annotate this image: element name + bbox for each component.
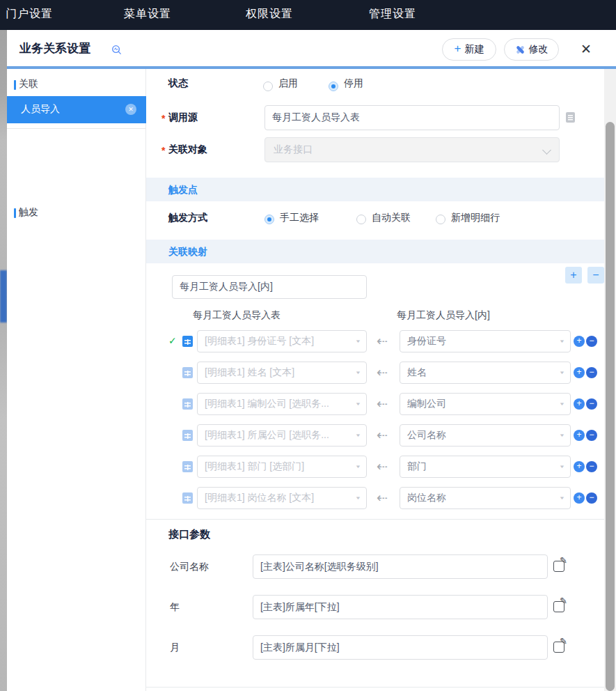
- mapping-target-select[interactable]: 编制公司 ▼: [400, 393, 571, 415]
- add-row-button[interactable]: +: [574, 461, 585, 472]
- new-button[interactable]: + 新建: [442, 38, 496, 61]
- edit-icon[interactable]: ✎: [553, 561, 564, 572]
- radio-disable-label[interactable]: 停用: [344, 77, 363, 90]
- add-row-button[interactable]: +: [574, 398, 585, 410]
- mapping-row: [明细表1] 编制公司 [选职务... ▼ ⇠ 编制公司 ▼ + −: [146, 393, 604, 415]
- add-row-button[interactable]: +: [574, 492, 585, 504]
- radio-manual-select[interactable]: [264, 215, 274, 224]
- param-year-input[interactable]: [253, 595, 548, 619]
- table-icon: [182, 398, 193, 410]
- params-section-title: 接口参数: [168, 528, 210, 541]
- caret-down-icon: ▼: [559, 370, 565, 375]
- sidebar: 关联 人员导入 ✕ 触发: [7, 69, 146, 691]
- document-picker-icon[interactable]: [566, 112, 575, 123]
- mapping-source-select[interactable]: [明细表1] 身份证号 [文本] ▼: [197, 330, 367, 352]
- mapping-source-select[interactable]: [明细表1] 部门 [选部门] ▼: [197, 456, 367, 478]
- add-row-button[interactable]: +: [574, 367, 585, 378]
- table-icon: [182, 492, 193, 504]
- remove-row-button[interactable]: −: [586, 336, 597, 347]
- edit-icon[interactable]: ✎: [553, 642, 564, 653]
- mapping-target-select[interactable]: 公司名称 ▼: [400, 424, 571, 447]
- add-row-button[interactable]: +: [574, 430, 585, 441]
- dashed-arrow-icon: ⇠: [377, 333, 388, 349]
- add-row-button[interactable]: +: [574, 336, 585, 347]
- remove-row-button[interactable]: −: [586, 492, 597, 504]
- remove-mapping-button[interactable]: −: [587, 267, 604, 284]
- radio-new-detail-row-label[interactable]: 新增明细行: [451, 212, 500, 224]
- panel-header: 业务关系设置 + 新建 修改 ✕: [7, 30, 616, 66]
- source-input[interactable]: [264, 105, 560, 130]
- close-icon[interactable]: ✕: [581, 41, 592, 57]
- source-label: 调用源: [168, 111, 198, 124]
- remove-row-button[interactable]: −: [586, 398, 597, 410]
- table-icon: [182, 367, 193, 378]
- mapping-name-input[interactable]: [172, 275, 367, 299]
- mapping-row: [明细表1] 所属公司 [选职务... ▼ ⇠ 公司名称 ▼ + −: [146, 424, 604, 447]
- section-divider: [146, 687, 604, 688]
- mapping-target-select[interactable]: 岗位名称 ▼: [400, 487, 571, 509]
- caret-down-icon: ▼: [355, 495, 361, 500]
- edit-icon[interactable]: ✎: [553, 601, 564, 612]
- tab-portal-settings[interactable]: 门户设置: [6, 7, 53, 22]
- mapping-target-select[interactable]: 身份证号 ▼: [400, 330, 571, 352]
- scrollbar-track[interactable]: [604, 69, 616, 691]
- radio-manual-select-label[interactable]: 手工选择: [280, 212, 319, 224]
- target-select[interactable]: 业务接口: [264, 137, 560, 162]
- param-label: 公司名称: [170, 561, 209, 573]
- param-label: 月: [170, 642, 180, 654]
- required-mark: *: [161, 113, 165, 124]
- modify-button[interactable]: 修改: [504, 38, 559, 61]
- radio-new-detail-row[interactable]: [436, 215, 445, 224]
- check-icon: ✓: [168, 335, 177, 346]
- mapping-target-select[interactable]: 部门 ▼: [400, 456, 571, 478]
- tab-management-settings[interactable]: 管理设置: [369, 7, 416, 22]
- scrollbar-thumb[interactable]: [606, 122, 615, 691]
- table-icon: [182, 336, 193, 347]
- param-label: 年: [170, 601, 180, 614]
- mapping-section-band: 关联映射: [146, 240, 604, 263]
- trigger-section-band: 触发点: [146, 178, 604, 201]
- radio-enable[interactable]: [263, 81, 273, 91]
- add-mapping-button[interactable]: +: [565, 267, 582, 284]
- top-nav-bar: 门户设置 菜单设置 权限设置 管理设置: [0, 0, 616, 30]
- mapping-row: ✓ [明细表1] 身份证号 [文本] ▼ ⇠ 身份证号 ▼ + −: [146, 330, 604, 352]
- zoom-pulse-icon: [111, 45, 122, 55]
- tab-menu-settings[interactable]: 菜单设置: [124, 7, 171, 22]
- modify-icon: [515, 45, 526, 55]
- radio-disable[interactable]: [329, 81, 338, 91]
- param-month-input[interactable]: [253, 635, 548, 660]
- dashed-arrow-icon: ⇠: [377, 364, 388, 380]
- dashed-arrow-icon: ⇠: [377, 396, 388, 412]
- caret-down-icon: ▼: [355, 370, 361, 375]
- sidebar-group-label: 触发: [19, 206, 38, 219]
- radio-auto-link-label[interactable]: 自动关联: [372, 212, 411, 224]
- caret-down-icon: ▼: [355, 433, 361, 437]
- remove-row-button[interactable]: −: [586, 367, 597, 378]
- radio-auto-link[interactable]: [356, 215, 366, 224]
- mapping-row: [明细表1] 部门 [选部门] ▼ ⇠ 部门 ▼ + −: [146, 456, 604, 478]
- sidebar-group-label: 关联: [19, 78, 38, 91]
- radio-enable-label[interactable]: 启用: [278, 77, 298, 90]
- mapping-source-select[interactable]: [明细表1] 所属公司 [选职务... ▼: [197, 424, 367, 447]
- remove-row-button[interactable]: −: [586, 430, 597, 441]
- tab-permission-settings[interactable]: 权限设置: [246, 7, 293, 22]
- required-mark: *: [161, 145, 165, 156]
- mapping-source-select[interactable]: [明细表1] 编制公司 [选职务... ▼: [197, 393, 367, 415]
- modify-button-label: 修改: [529, 43, 548, 56]
- sidebar-item-personnel-import[interactable]: 人员导入 ✕: [7, 96, 146, 123]
- remove-row-button[interactable]: −: [586, 461, 597, 472]
- mapping-source-select[interactable]: [明细表1] 姓名 [文本] ▼: [197, 362, 367, 384]
- mapping-row: [明细表1] 姓名 [文本] ▼ ⇠ 姓名 ▼ + −: [146, 362, 604, 384]
- caret-down-icon: ▼: [559, 339, 565, 343]
- background-page-edge: [0, 30, 7, 691]
- table-icon: [182, 461, 193, 472]
- caret-down-icon: ▼: [559, 433, 565, 437]
- mapping-target-select[interactable]: 姓名 ▼: [400, 362, 571, 384]
- dashed-arrow-icon: ⇠: [377, 458, 388, 474]
- remove-item-icon[interactable]: ✕: [125, 104, 136, 115]
- param-company-input[interactable]: [253, 554, 548, 579]
- target-label: 关联对象: [168, 143, 207, 156]
- trigger-mode-label: 触发方式: [168, 212, 207, 224]
- trigger-section-title: 触发点: [168, 178, 604, 201]
- mapping-source-select[interactable]: [明细表1] 岗位名称 [文本] ▼: [197, 487, 367, 509]
